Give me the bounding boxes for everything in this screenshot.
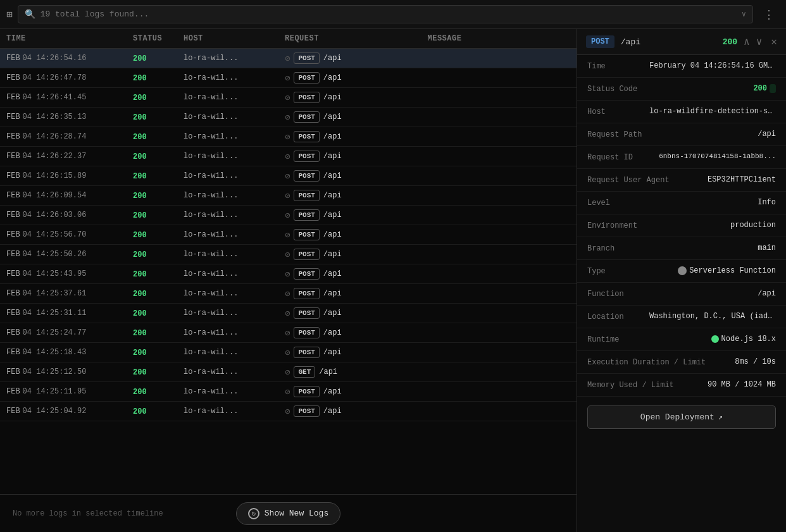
table-row[interactable]: FEB04 14:26:09.54 200 lo-ra-wil... ⊘ POS… xyxy=(0,186,577,206)
table-row[interactable]: FEB04 14:25:04.92 200 lo-ra-wil... ⊘ POS… xyxy=(0,402,577,421)
cell-time: FEB04 14:25:56.70 xyxy=(6,230,133,239)
show-new-logs-button[interactable]: ↻ Show New Logs xyxy=(236,502,340,525)
path-text: /api xyxy=(323,269,342,278)
time-month: FEB xyxy=(6,348,20,357)
table-row[interactable]: FEB04 14:25:43.95 200 lo-ra-wil... ⊘ POS… xyxy=(0,264,577,284)
status-badge: 200 xyxy=(133,309,147,318)
field-location-value: Washington, D.C., USA (iad1) xyxy=(649,312,776,321)
cell-time: FEB04 14:25:31.11 xyxy=(6,309,133,318)
table-row[interactable]: FEB04 14:25:50.26 200 lo-ra-wil... ⊘ POS… xyxy=(0,245,577,264)
host-icon: ⊘ xyxy=(285,73,290,84)
path-text: /api xyxy=(323,348,342,357)
table-row[interactable]: FEB04 14:25:31.11 200 lo-ra-wil... ⊘ POS… xyxy=(0,304,577,323)
col-message: Message xyxy=(428,34,571,43)
table-row[interactable]: FEB04 14:25:24.77 200 lo-ra-wil... ⊘ POS… xyxy=(0,323,577,343)
table-row[interactable]: FEB04 14:25:11.95 200 lo-ra-wil... ⊘ POS… xyxy=(0,382,577,402)
ok-badge xyxy=(770,84,776,93)
menu-icon[interactable]: ⋮ xyxy=(758,5,780,24)
path-text: /api xyxy=(323,191,342,200)
time-month: FEB xyxy=(6,250,20,259)
field-location-label: Location xyxy=(587,312,624,321)
host-icon: ⊘ xyxy=(285,132,290,142)
table-row[interactable]: FEB04 14:26:03.06 200 lo-ra-wil... ⊘ POS… xyxy=(0,206,577,225)
field-host-value: lo-ra-wildfire-detection-syste... xyxy=(649,107,776,116)
cell-request: ⊘ POST /api xyxy=(285,307,428,319)
table-row[interactable]: FEB04 14:25:18.43 200 lo-ra-wil... ⊘ POS… xyxy=(0,343,577,362)
path-text: /api xyxy=(319,368,337,376)
cell-time: FEB04 14:25:24.77 xyxy=(6,328,133,337)
table-row[interactable]: FEB04 14:26:35.13 200 lo-ra-wil... ⊘ POS… xyxy=(0,108,577,127)
field-location: Location Washington, D.C., USA (iad1) xyxy=(577,306,786,328)
cell-host: lo-ra-wil... xyxy=(184,387,285,396)
detail-method-tag: POST xyxy=(586,35,614,48)
host-icon: ⊘ xyxy=(285,328,290,338)
host-icon: ⊘ xyxy=(285,406,290,417)
method-badge: POST xyxy=(294,229,319,240)
cell-time: FEB04 14:26:09.54 xyxy=(6,191,133,200)
cell-host: lo-ra-wil... xyxy=(184,289,285,298)
table-row[interactable]: FEB04 14:25:56.70 200 lo-ra-wil... ⊘ POS… xyxy=(0,225,577,245)
field-env-label: Environment xyxy=(587,221,637,230)
status-code-num: 200 xyxy=(753,84,767,93)
field-type-label: Type xyxy=(587,266,606,276)
table-row[interactable]: FEB04 14:25:12.50 200 lo-ra-wil... ⊘ GET… xyxy=(0,362,577,382)
search-input[interactable] xyxy=(41,9,737,19)
field-branch-label: Branch xyxy=(587,244,614,253)
status-badge: 200 xyxy=(133,251,147,259)
path-text: /api xyxy=(323,230,342,239)
method-badge: POST xyxy=(294,386,319,397)
method-badge: POST xyxy=(294,268,319,280)
chevron-down-icon[interactable]: ∨ xyxy=(742,9,746,19)
cell-host: lo-ra-wil... xyxy=(184,152,285,161)
time-month: FEB xyxy=(6,407,20,416)
time-month: FEB xyxy=(6,328,20,337)
chevron-up-icon[interactable]: ∧ xyxy=(744,35,750,48)
field-request-path: Request Path /api xyxy=(577,123,786,146)
grid-icon[interactable]: ⊞ xyxy=(6,8,13,21)
open-deployment-button[interactable]: Open Deployment ↗ xyxy=(587,405,776,429)
path-text: /api xyxy=(323,113,342,121)
host-icon: ⊘ xyxy=(285,112,290,123)
method-badge: POST xyxy=(294,111,319,123)
field-status-label: Status Code xyxy=(587,84,637,94)
cell-request: ⊘ POST /api xyxy=(285,327,428,338)
chevron-down-icon[interactable]: ∨ xyxy=(756,35,763,48)
table-row[interactable]: FEB04 14:26:15.89 200 lo-ra-wil... ⊘ POS… xyxy=(0,166,577,186)
path-text: /api xyxy=(323,152,342,161)
table-row[interactable]: FEB04 14:26:41.45 200 lo-ra-wil... ⊘ POS… xyxy=(0,88,577,108)
cell-host: lo-ra-wil... xyxy=(184,113,285,121)
detail-panel: POST /api 200 ∧ ∨ ✕ Time February 04 14:… xyxy=(577,29,786,532)
host-icon: ⊘ xyxy=(285,249,290,260)
table-row[interactable]: FEB04 14:25:37.61 200 lo-ra-wil... ⊘ POS… xyxy=(0,284,577,304)
host-icon: ⊘ xyxy=(285,92,290,103)
cell-status: 200 xyxy=(133,93,184,102)
field-branch: Branch main xyxy=(577,237,786,260)
path-text: /api xyxy=(323,407,342,416)
method-badge: POST xyxy=(294,131,319,142)
search-wrapper[interactable]: 🔍 ∨ xyxy=(18,5,753,23)
cell-time: FEB04 14:26:41.45 xyxy=(6,93,133,102)
table-row[interactable]: FEB04 14:26:22.37 200 lo-ra-wil... ⊘ POS… xyxy=(0,147,577,166)
status-badge: 200 xyxy=(133,54,147,63)
detail-path: /api xyxy=(621,37,640,47)
field-time: Time February 04 14:26:54.16 GMT-05... xyxy=(577,55,786,78)
cell-time: FEB04 14:25:04.92 xyxy=(6,407,133,416)
cell-status: 200 xyxy=(133,289,184,299)
logs-panel: Time Status Host Request Message FEB04 1… xyxy=(0,29,577,532)
table-row[interactable]: FEB04 14:26:47.78 200 lo-ra-wil... ⊘ POS… xyxy=(0,68,577,88)
time-month: FEB xyxy=(6,211,20,220)
cell-request: ⊘ POST /api xyxy=(285,92,428,103)
cell-request: ⊘ POST /api xyxy=(285,347,428,358)
table-row[interactable]: FEB04 14:26:28.74 200 lo-ra-wil... ⊘ POS… xyxy=(0,127,577,147)
cell-status: 200 xyxy=(133,407,184,416)
no-more-text: No more logs in selected timeline xyxy=(13,509,163,518)
close-icon[interactable]: ✕ xyxy=(771,35,777,48)
table-row[interactable]: FEB04 14:26:54.16 200 lo-ra-wil... ⊘ POS… xyxy=(0,49,577,68)
time-month: FEB xyxy=(6,93,20,102)
cell-time: FEB04 14:25:11.95 xyxy=(6,387,133,396)
field-runtime-label: Runtime xyxy=(587,335,619,344)
host-icon: ⊘ xyxy=(285,151,290,162)
cell-time: FEB04 14:25:37.61 xyxy=(6,289,133,298)
host-icon: ⊘ xyxy=(285,53,290,64)
node-icon xyxy=(711,335,719,343)
